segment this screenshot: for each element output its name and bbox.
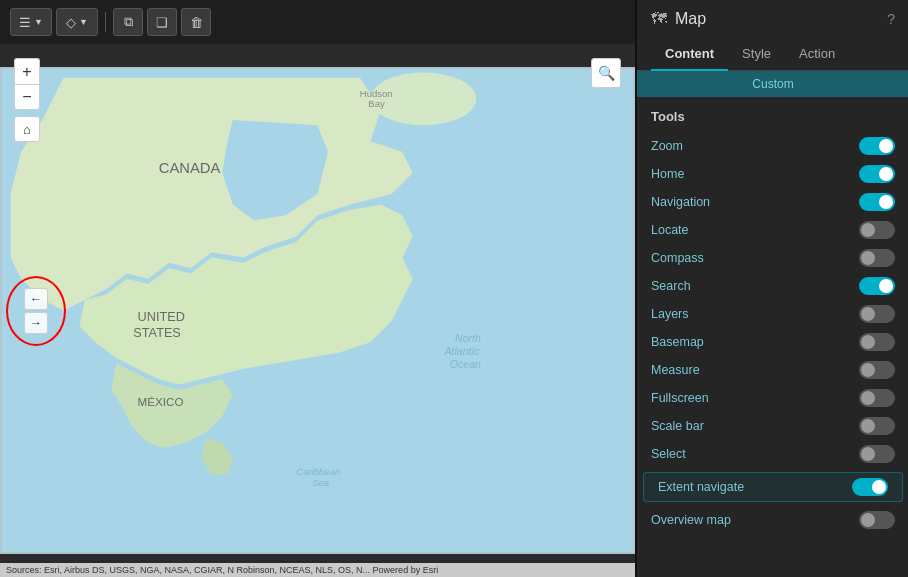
svg-text:Caribbean: Caribbean bbox=[296, 466, 340, 477]
toggle-measure[interactable] bbox=[859, 361, 895, 379]
tool-search: Search bbox=[637, 272, 908, 300]
shape-icon: ◇ bbox=[66, 15, 76, 30]
zoom-out-button[interactable]: − bbox=[14, 84, 40, 110]
zoom-in-button[interactable]: + bbox=[14, 58, 40, 84]
tool-measure: Measure bbox=[637, 356, 908, 384]
toolbar-separator-1 bbox=[105, 12, 106, 32]
svg-text:Bay: Bay bbox=[368, 98, 385, 109]
toggle-search[interactable] bbox=[859, 277, 895, 295]
nav-circle-highlight: ← → bbox=[6, 276, 66, 346]
tool-zoom: Zoom bbox=[637, 132, 908, 160]
duplicate-icon: ❑ bbox=[156, 15, 168, 30]
svg-text:North: North bbox=[455, 332, 481, 344]
tool-fullscreen: Fullscreen bbox=[637, 384, 908, 412]
help-icon[interactable]: ? bbox=[887, 11, 895, 27]
toggle-fullscreen[interactable] bbox=[859, 389, 895, 407]
toggle-basemap[interactable] bbox=[859, 333, 895, 351]
copy-button[interactable]: ⧉ bbox=[113, 8, 143, 36]
delete-button[interactable]: 🗑 bbox=[181, 8, 211, 36]
tool-select: Select bbox=[637, 440, 908, 468]
svg-text:Atlantic: Atlantic bbox=[444, 345, 480, 357]
toggle-overview-map[interactable] bbox=[859, 511, 895, 529]
tab-style[interactable]: Style bbox=[728, 40, 785, 71]
panel-content: Custom Tools Zoom Home Navigation Locate… bbox=[637, 71, 908, 577]
svg-text:STATES: STATES bbox=[133, 326, 180, 340]
toggle-navigation[interactable] bbox=[859, 193, 895, 211]
svg-text:CANADA: CANADA bbox=[159, 160, 221, 176]
custom-banner: Custom bbox=[637, 71, 908, 97]
tool-layers: Layers bbox=[637, 300, 908, 328]
nav-forward-icon: → bbox=[30, 316, 42, 330]
tool-navigation: Navigation bbox=[637, 188, 908, 216]
tools-heading: Tools bbox=[637, 97, 908, 132]
nav-back-icon: ← bbox=[30, 292, 42, 306]
toggle-compass[interactable] bbox=[859, 249, 895, 267]
delete-icon: 🗑 bbox=[190, 15, 203, 30]
navigation-arrows: ← → bbox=[6, 276, 66, 346]
align-icon: ☰ bbox=[19, 15, 31, 30]
duplicate-button[interactable]: ❑ bbox=[147, 8, 177, 36]
right-panel: 🗺 Map ? Content Style Action Custom Tool… bbox=[636, 0, 908, 577]
shape-button[interactable]: ◇ ▼ bbox=[56, 8, 98, 36]
svg-text:MÉXICO: MÉXICO bbox=[138, 395, 184, 408]
align-button[interactable]: ☰ ▼ bbox=[10, 8, 52, 36]
toggle-layers[interactable] bbox=[859, 305, 895, 323]
toggle-locate[interactable] bbox=[859, 221, 895, 239]
tool-extent-navigate: Extent navigate bbox=[643, 472, 903, 502]
home-icon: ⌂ bbox=[23, 122, 31, 137]
nav-back-button[interactable]: ← bbox=[24, 288, 48, 310]
svg-text:Ocean: Ocean bbox=[450, 358, 481, 370]
panel-header: 🗺 Map ? bbox=[637, 0, 908, 28]
copy-icon: ⧉ bbox=[124, 14, 133, 30]
map-toolbar: ☰ ▼ ◇ ▼ ⧉ ❑ 🗑 bbox=[0, 0, 635, 44]
svg-text:UNITED: UNITED bbox=[138, 310, 185, 324]
tool-basemap: Basemap bbox=[637, 328, 908, 356]
svg-text:Sea: Sea bbox=[312, 477, 329, 488]
tool-home: Home bbox=[637, 160, 908, 188]
tab-content[interactable]: Content bbox=[651, 40, 728, 71]
toggle-zoom[interactable] bbox=[859, 137, 895, 155]
tool-compass: Compass bbox=[637, 244, 908, 272]
shape-dropdown-arrow: ▼ bbox=[79, 17, 88, 27]
svg-point-1 bbox=[370, 72, 476, 125]
tab-action[interactable]: Action bbox=[785, 40, 849, 71]
panel-tabs: Content Style Action bbox=[637, 32, 908, 71]
home-button[interactable]: ⌂ bbox=[14, 116, 40, 142]
panel-title: Map bbox=[675, 10, 879, 28]
toggle-select[interactable] bbox=[859, 445, 895, 463]
toggle-scalebar[interactable] bbox=[859, 417, 895, 435]
zoom-controls: + − bbox=[14, 58, 40, 110]
map-widget-icon: 🗺 bbox=[651, 10, 667, 28]
nav-forward-button[interactable]: → bbox=[24, 312, 48, 334]
tool-locate: Locate bbox=[637, 216, 908, 244]
tool-overview-map: Overview map bbox=[637, 506, 908, 534]
svg-text:Hudson: Hudson bbox=[360, 88, 393, 99]
map-container[interactable]: Hudson Bay CANADA UNITED STATES MÉXICO N… bbox=[0, 44, 635, 577]
search-icon: 🔍 bbox=[598, 65, 615, 81]
map-panel: ☰ ▼ ◇ ▼ ⧉ ❑ 🗑 bbox=[0, 0, 635, 577]
toggle-home[interactable] bbox=[859, 165, 895, 183]
map-attribution: Sources: Esri, Airbus DS, USGS, NGA, NAS… bbox=[0, 563, 635, 577]
align-dropdown-arrow: ▼ bbox=[34, 17, 43, 27]
tool-scalebar: Scale bar bbox=[637, 412, 908, 440]
toggle-extent-navigate[interactable] bbox=[852, 478, 888, 496]
custom-label: Custom bbox=[752, 77, 793, 91]
map-search-button[interactable]: 🔍 bbox=[591, 58, 621, 88]
